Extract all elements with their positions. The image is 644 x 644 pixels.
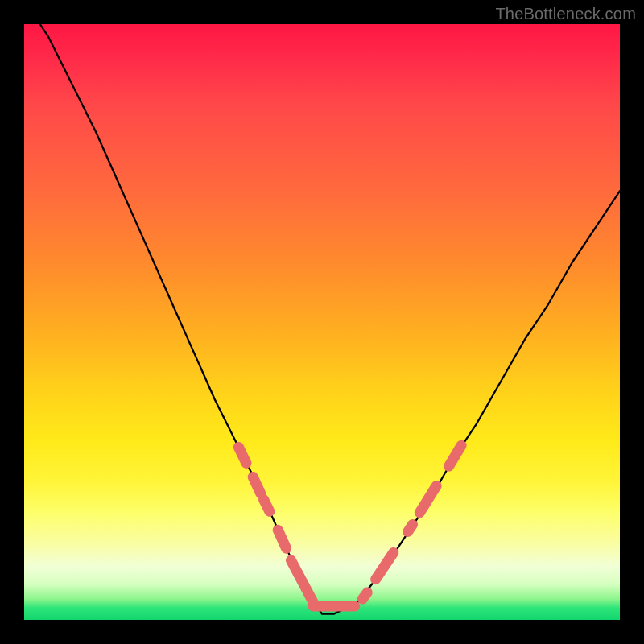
right-mid-dot bbox=[408, 525, 413, 532]
marker-group bbox=[238, 445, 461, 606]
left-mid-dash-b bbox=[264, 500, 270, 512]
bottom-long-1 bbox=[291, 560, 313, 602]
left-upper-dash bbox=[238, 447, 246, 463]
right-low-dash bbox=[376, 552, 394, 579]
chart-frame: TheBottleneck.com bbox=[0, 0, 644, 644]
watermark-text: TheBottleneck.com bbox=[495, 5, 636, 23]
curve-layer bbox=[24, 24, 620, 620]
plot-gradient-area bbox=[24, 24, 620, 620]
left-low-dash bbox=[278, 530, 286, 548]
left-mid-dash-a bbox=[253, 477, 261, 493]
right-upper-dash bbox=[419, 486, 436, 513]
bottom-right-dot bbox=[362, 592, 367, 599]
right-top-dash bbox=[449, 445, 462, 466]
bottleneck-curve bbox=[24, 0, 620, 613]
